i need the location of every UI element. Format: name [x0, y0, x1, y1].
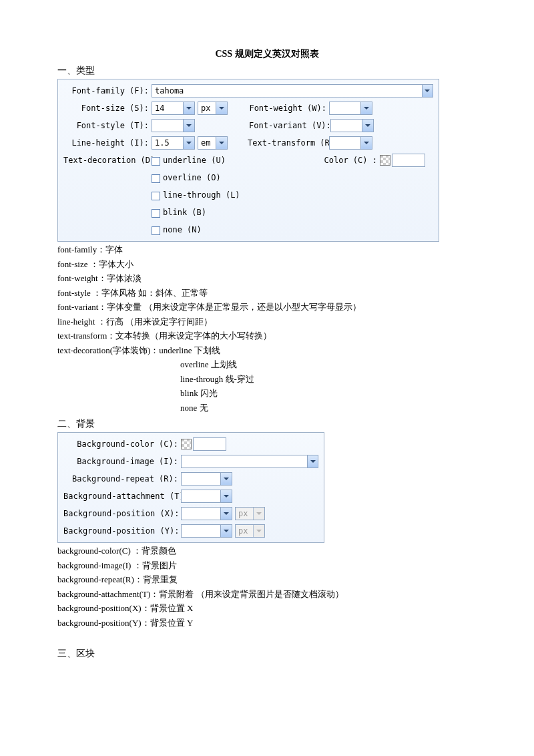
- bg-attachment-dropdown-icon[interactable]: [220, 490, 232, 502]
- note-line: background-position(X)：背景位置 X: [57, 602, 477, 615]
- section-type: 一、类型: [57, 63, 477, 77]
- deco-linethrough-checkbox[interactable]: [152, 192, 160, 200]
- font-weight-label: Font-weight (W):: [248, 102, 329, 114]
- panel-type: Font-family (F): Font-size (S): Font-wei…: [57, 79, 439, 242]
- bg-pos-x-dropdown-icon[interactable]: [220, 508, 232, 520]
- section-block: 三、区块: [57, 646, 477, 660]
- note-line: background-color(C) ：背景颜色: [57, 544, 477, 558]
- bg-pos-y-dropdown-icon[interactable]: [220, 525, 232, 537]
- bg-pos-x-label: Background-position (X):: [63, 508, 181, 520]
- bg-repeat-input[interactable]: [182, 473, 220, 485]
- line-height-unit-dropdown-icon[interactable]: [216, 137, 227, 149]
- bg-image-dropdown-icon[interactable]: [307, 455, 318, 467]
- bg-pos-x-input[interactable]: [182, 508, 220, 520]
- note-line: background-position(Y)：背景位置 Y: [57, 616, 477, 630]
- font-style-input[interactable]: [152, 120, 183, 132]
- note-line: font-variant：字体变量 （用来设定字体是正常显示，还是以小型大写字母…: [57, 301, 477, 314]
- line-height-dropdown-icon[interactable]: [183, 137, 194, 149]
- note-line: text-decoration(字体装饰)：underline 下划线: [57, 344, 477, 357]
- note-line: overline 上划线: [180, 358, 477, 371]
- line-height-input[interactable]: [152, 137, 183, 149]
- note-line: font-size ：字体大小: [57, 258, 477, 271]
- notes-background: background-color(C) ：背景颜色 background-ima…: [57, 544, 477, 629]
- color-label: Color (C) :: [324, 154, 380, 166]
- font-weight-dropdown-icon[interactable]: [360, 102, 372, 114]
- page-title: CSS 规则定义英汉对照表: [57, 47, 477, 61]
- bg-pos-y-label: Background-position (Y):: [63, 525, 181, 537]
- note-line: background-repeat(R)：背景重复: [57, 573, 477, 586]
- notes-type: font-family：字体 font-size ：字体大小 font-weig…: [57, 243, 477, 414]
- font-size-dropdown-icon[interactable]: [183, 102, 194, 114]
- font-size-unit[interactable]: [198, 102, 216, 114]
- panel-background: Background-color (C): Background-image (…: [57, 432, 324, 543]
- deco-overline-label: overline (O): [163, 172, 221, 184]
- bg-repeat-dropdown-icon[interactable]: [220, 473, 232, 485]
- font-variant-label: Font-variant (V):: [249, 120, 330, 132]
- note-line: none 无: [180, 401, 477, 415]
- font-family-label: Font-family (F):: [63, 85, 152, 97]
- bg-attachment-input[interactable]: [182, 490, 220, 502]
- deco-overline-checkbox[interactable]: [152, 174, 160, 183]
- note-line: font-family：字体: [57, 243, 477, 256]
- bg-pos-y-unit-dropdown-icon: [253, 525, 264, 537]
- bg-image-label: Background-image (I):: [63, 455, 181, 467]
- deco-linethrough-label: line-through (L): [163, 189, 240, 201]
- font-family-input[interactable]: [152, 85, 422, 97]
- font-size-label: Font-size (S):: [63, 102, 152, 114]
- deco-blink-checkbox[interactable]: [152, 209, 160, 218]
- note-line: background-image(I) ：背景图片: [57, 559, 477, 572]
- font-variant-input[interactable]: [331, 120, 362, 132]
- font-style-label: Font-style (T):: [63, 120, 152, 132]
- note-line: font-style ：字体风格 如：斜体、正常等: [57, 287, 477, 300]
- deco-none-label: none (N): [163, 224, 202, 236]
- text-transform-label: Text-transform (R):: [248, 137, 329, 149]
- font-weight-input[interactable]: [330, 102, 360, 114]
- bg-color-swatch-icon[interactable]: [181, 439, 192, 449]
- deco-underline-label: underline (U): [163, 156, 226, 165]
- bg-pos-y-input[interactable]: [182, 525, 220, 537]
- deco-none-checkbox[interactable]: [152, 226, 160, 235]
- bg-image-input[interactable]: [182, 455, 307, 467]
- font-family-dropdown-icon[interactable]: [422, 85, 433, 97]
- text-decoration-label: Text-decoration (D):: [63, 154, 152, 166]
- deco-blink-label: blink (B): [163, 206, 206, 218]
- line-height-unit[interactable]: [198, 137, 216, 149]
- text-transform-input[interactable]: [330, 137, 360, 149]
- line-height-label: Line-height (I):: [63, 137, 152, 149]
- font-size-input[interactable]: [152, 102, 183, 114]
- bg-repeat-label: Background-repeat (R):: [63, 473, 181, 485]
- bg-pos-x-unit-dropdown-icon: [253, 508, 264, 520]
- deco-underline-checkbox[interactable]: [152, 157, 160, 166]
- bg-attachment-label: Background-attachment (T):: [63, 490, 181, 502]
- note-line: line-height ：行高 （用来设定字行间距）: [57, 315, 477, 329]
- note-line: line-through 线-穿过: [180, 373, 477, 386]
- section-background: 二、背景: [57, 417, 477, 431]
- bg-color-label: Background-color (C):: [63, 438, 181, 450]
- color-swatch-icon[interactable]: [380, 155, 390, 166]
- bg-color-input[interactable]: [194, 438, 226, 450]
- bg-pos-y-unit: [236, 525, 253, 537]
- note-line: font-weight：字体浓淡: [57, 272, 477, 285]
- font-variant-dropdown-icon[interactable]: [362, 120, 373, 132]
- note-line: text-transform：文本转换（用来设定字体的大小写转换）: [57, 329, 477, 343]
- bg-pos-x-unit: [236, 508, 253, 520]
- color-input[interactable]: [392, 154, 425, 166]
- text-transform-dropdown-icon[interactable]: [360, 137, 372, 149]
- font-size-unit-dropdown-icon[interactable]: [216, 102, 227, 114]
- note-line: blink 闪光: [180, 387, 477, 400]
- font-style-dropdown-icon[interactable]: [183, 120, 194, 132]
- note-line: background-attachment(T)：背景附着 （用来设定背景图片是…: [57, 588, 477, 601]
